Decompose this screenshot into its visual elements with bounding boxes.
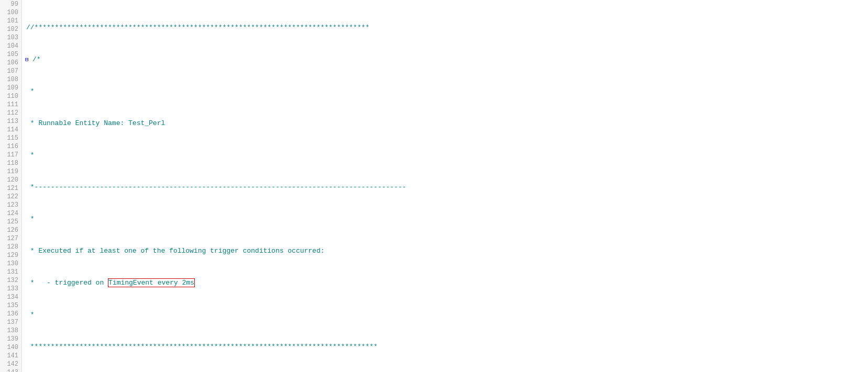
code-editor: 99 100 101 102 103 104 105 106 107 108 1… [0, 0, 868, 372]
code-area[interactable]: //**************************************… [22, 0, 868, 372]
code-line-106: * Executed if at least one of the follow… [22, 247, 868, 255]
code-line-100: ⊟/* [22, 55, 868, 64]
code-line-99: //**************************************… [22, 24, 868, 32]
code-line-103: * [22, 151, 868, 160]
code-line-104: *---------------------------------------… [22, 183, 868, 191]
code-line-109: ****************************************… [22, 343, 868, 351]
code-line-102: * Runnable Entity Name: Test_Perl [22, 119, 868, 128]
code-line-108: * [22, 311, 868, 319]
code-line-107: * - triggered on TimingEvent every 2ms [22, 279, 868, 287]
code-line-101: * [22, 87, 868, 96]
line-numbers: 99 100 101 102 103 104 105 106 107 108 1… [0, 0, 22, 372]
fold-icon-100[interactable]: ⊟ [25, 55, 32, 64]
code-line-105: * [22, 215, 868, 223]
